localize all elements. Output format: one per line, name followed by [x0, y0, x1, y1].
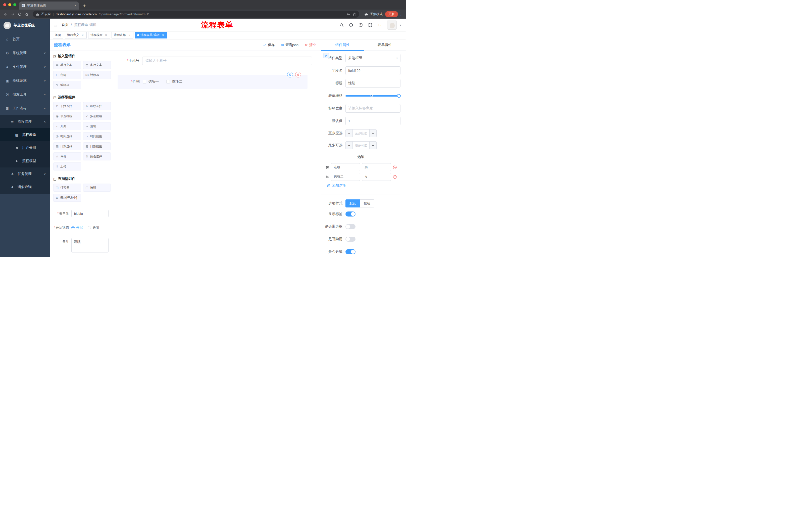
label-width-input[interactable]: 请输入标签宽度: [345, 104, 401, 113]
tag-close-icon[interactable]: ×: [104, 33, 108, 37]
palette-item-switch[interactable]: ◐开关: [53, 122, 81, 130]
palette-item-password[interactable]: ⊡密码: [53, 71, 81, 79]
toggle-是否禁用[interactable]: [345, 237, 355, 242]
forward-button[interactable]: [9, 10, 16, 18]
palette-item-upload[interactable]: ⇧上传: [53, 162, 81, 170]
tag-首页[interactable]: 首页: [53, 32, 63, 38]
palette-item-counter[interactable]: 123计数器: [83, 71, 111, 79]
clear-button[interactable]: 清空: [304, 43, 316, 47]
slider-track[interactable]: [345, 95, 401, 97]
copy-component-button[interactable]: [287, 72, 293, 77]
tab-close-icon[interactable]: ×: [75, 3, 76, 7]
default-value-input[interactable]: 1: [345, 117, 401, 125]
component-type-select[interactable]: 多选框组▾: [345, 54, 401, 62]
remove-option-button[interactable]: [393, 165, 397, 169]
palette-item-cascader[interactable]: ⋔级联选择: [83, 102, 111, 110]
palette-item-checkbox-group[interactable]: ☑多选框组: [83, 112, 111, 120]
warning-icon[interactable]: [36, 12, 39, 16]
max-select-input[interactable]: 最多可选: [353, 141, 369, 149]
toggle-是否带边框[interactable]: [345, 224, 355, 229]
palette-item-multi-line-text[interactable]: ▤多行文本: [83, 61, 111, 69]
fullscreen-icon[interactable]: [368, 23, 372, 27]
option-label-input[interactable]: 选项一: [331, 163, 360, 171]
tag-流程表单[interactable]: 流程表单×: [112, 32, 134, 38]
bookmark-star-icon[interactable]: [352, 12, 356, 16]
checkbox-option-1[interactable]: 选项一: [143, 79, 159, 84]
min-select-input[interactable]: 至少应选: [353, 130, 369, 137]
field-name-input[interactable]: field122: [345, 66, 401, 75]
sidebar-item-infrastructure[interactable]: ▣基础设施∨: [0, 74, 50, 87]
help-icon[interactable]: ?: [358, 23, 363, 27]
decrease-button[interactable]: −: [346, 130, 353, 137]
delete-component-button[interactable]: [295, 72, 301, 77]
title-input[interactable]: 性别: [345, 79, 401, 87]
option-drag-icon[interactable]: [325, 175, 329, 179]
palette-item-row-container[interactable]: ◫行容器: [53, 184, 81, 192]
toggle-是否必填[interactable]: [345, 249, 355, 254]
tag-close-icon[interactable]: ×: [161, 33, 165, 37]
option-drag-icon[interactable]: [325, 165, 329, 169]
gender-field-selected-block[interactable]: *性别 选项一 选项二: [118, 75, 308, 89]
sidebar-item-process-form[interactable]: ▤流程表单: [0, 128, 50, 141]
browser-tab[interactable]: 芋道管理系统 ×: [19, 1, 79, 9]
palette-item-radio-group[interactable]: ◉单选框组: [53, 112, 81, 120]
radio-open[interactable]: 开启: [71, 225, 83, 230]
palette-item-rate[interactable]: ☆评分: [53, 153, 81, 160]
form-remark-textarea[interactable]: 嘿嘿: [71, 238, 109, 252]
font-size-icon[interactable]: TT: [378, 23, 382, 27]
close-window-button[interactable]: [3, 3, 6, 6]
phone-field-input[interactable]: 请输入手机号: [142, 57, 312, 65]
sidebar-item-gear[interactable]: ⚙系统管理∨: [0, 46, 50, 60]
minimize-window-button[interactable]: [8, 3, 11, 6]
palette-item-date-picker[interactable]: ▦日期选择: [53, 142, 81, 151]
phone-field-row[interactable]: *手机号 请输入手机号: [117, 57, 312, 65]
toggle-显示标签[interactable]: [345, 212, 355, 217]
option-value-input[interactable]: 男: [362, 163, 391, 171]
form-name-input[interactable]: biubiu: [71, 210, 109, 217]
style-button-button[interactable]: 按钮: [360, 199, 374, 208]
slider-handle[interactable]: [397, 94, 401, 98]
sidebar-item-process-model[interactable]: ➤流程模型: [0, 154, 50, 167]
sidebar-item-dev-tools[interactable]: ⚒研发工具∨: [0, 87, 50, 101]
tag-流程模型[interactable]: 流程模型×: [88, 32, 110, 38]
option-value-input[interactable]: 女: [362, 173, 391, 181]
sidebar-item-process-management[interactable]: ≣流程管理∧: [0, 115, 50, 128]
tag-流程定义[interactable]: 流程定义×: [65, 32, 87, 38]
increase-button[interactable]: +: [369, 130, 376, 137]
palette-item-color-picker[interactable]: ⊛颜色选择: [83, 153, 111, 160]
palette-item-time-range[interactable]: ◔时间范围: [83, 132, 111, 140]
reload-button[interactable]: [16, 10, 23, 18]
breadcrumb-home[interactable]: 首页: [62, 23, 68, 27]
increase-button[interactable]: +: [369, 141, 376, 149]
new-tab-button[interactable]: +: [81, 2, 88, 9]
tag-close-icon[interactable]: ×: [81, 33, 84, 37]
sidebar-item-leave-query[interactable]: ♟请假查询: [0, 181, 50, 194]
maximize-window-button[interactable]: [13, 3, 16, 6]
palette-item-slider[interactable]: ⊸滑块: [83, 122, 111, 130]
avatar-caret-icon[interactable]: ∨: [400, 23, 402, 27]
view-json-button[interactable]: 查看json: [281, 43, 298, 47]
sidebar-item-workflow[interactable]: ⊞工作流程∧: [0, 101, 50, 115]
tag-close-icon[interactable]: ×: [127, 33, 131, 37]
home-button[interactable]: [23, 10, 30, 18]
update-button[interactable]: 更新: [385, 11, 398, 17]
palette-item-select[interactable]: ⊙下拉选择: [53, 102, 81, 110]
sidebar-item-yen[interactable]: ¥支付管理∨: [0, 60, 50, 74]
user-avatar[interactable]: [387, 20, 397, 30]
palette-item-editor[interactable]: ✎编辑器: [53, 81, 81, 89]
sidebar-item-task-management[interactable]: ⋔任务管理∨: [0, 167, 50, 181]
palette-item-table[interactable]: ⊞表格[开发中]: [53, 194, 81, 202]
sidebar-item-user-group[interactable]: ☻用户分组: [0, 141, 50, 154]
back-button[interactable]: [2, 10, 9, 18]
form-grid-slider[interactable]: [345, 91, 401, 100]
checkbox-option-2[interactable]: 选项二: [166, 79, 182, 84]
address-bar[interactable]: 不安全 | dashboard.yudao.iocoder.cn /bpm/ma…: [33, 10, 359, 18]
add-option-button[interactable]: 添加选项: [327, 183, 401, 188]
sidebar-toggle-icon[interactable]: [53, 23, 58, 27]
sidebar-item-home[interactable]: ⌂首页: [0, 32, 50, 46]
palette-item-single-line-text[interactable]: ▭单行文本: [53, 61, 81, 69]
decrease-button[interactable]: −: [346, 141, 353, 149]
palette-item-date-range[interactable]: ▩日期范围: [83, 142, 111, 151]
tab-component-props[interactable]: 组件属性: [321, 39, 364, 51]
style-default-button[interactable]: 默认: [345, 199, 360, 208]
